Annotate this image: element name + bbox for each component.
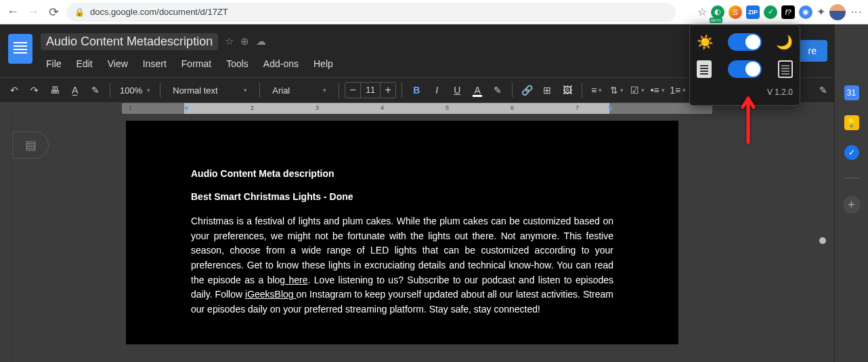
insert-link-button[interactable]: 🔗 (518, 81, 536, 99)
indent-marker-icon[interactable]: ▾ (184, 103, 189, 113)
url-text: docs.google.com/document/d/17ZT (90, 7, 228, 17)
extension-darkmode-icon[interactable]: ◉ (799, 5, 812, 19)
tasks-icon[interactable]: ✓ (844, 145, 859, 160)
keep-icon[interactable]: 💡 (844, 115, 859, 130)
extension-shield-icon[interactable]: ✓ (764, 5, 777, 19)
horizontal-ruler[interactable]: ▾ ▾ 1 2 3 4 5 6 7 (122, 103, 712, 115)
ruler-tick: 3 (316, 104, 319, 111)
lock-icon: 🔒 (74, 7, 85, 17)
undo-button[interactable]: ↶ (5, 81, 23, 99)
annotation-arrow-icon (738, 95, 758, 152)
extensions-menu-icon[interactable]: ✦ (817, 5, 825, 18)
ruler-tick: 4 (381, 104, 384, 111)
document-canvas: ▤ Audio Content Meta description Best Sm… (0, 115, 868, 362)
menu-format[interactable]: Format (176, 56, 217, 72)
bold-button[interactable]: B (408, 81, 425, 99)
align-button[interactable]: ≡ (588, 81, 605, 99)
indent-marker-icon[interactable]: ▾ (608, 103, 613, 113)
star-icon[interactable]: ☆ (225, 35, 234, 47)
redo-button[interactable]: ↷ (26, 81, 43, 99)
extension-icon[interactable]: ◐BETA (711, 5, 724, 19)
cloud-icon[interactable]: ☁ (256, 35, 266, 47)
highlight-button[interactable]: ✎ (489, 81, 506, 99)
side-panel: 31 💡 ✓ + (834, 24, 868, 362)
calendar-icon[interactable]: 31 (844, 85, 859, 100)
link-here[interactable]: here (285, 275, 307, 285)
doc-body: Christmas is a festival of lights and pl… (191, 214, 613, 317)
spellcheck-button[interactable]: A̲ (66, 81, 84, 99)
forward-button[interactable]: → (26, 5, 41, 20)
extension-icon[interactable]: S (729, 5, 742, 19)
font-size-decrease[interactable]: − (345, 83, 360, 98)
extension-f-icon[interactable]: f? (781, 5, 795, 19)
font-size-increase[interactable]: + (381, 83, 395, 98)
print-button[interactable]: 🖶 (46, 81, 64, 99)
comment-indicator[interactable] (819, 237, 826, 244)
text-color-button[interactable]: A (469, 81, 486, 99)
menu-tools[interactable]: Tools (221, 56, 254, 72)
document-outline-button[interactable]: ▤ (12, 132, 49, 159)
share-button[interactable]: re (798, 40, 827, 62)
reload-button[interactable]: ⟳ (46, 5, 61, 20)
light-page-icon (697, 60, 712, 78)
underline-button[interactable]: U (448, 81, 466, 99)
menu-view[interactable]: View (102, 56, 133, 72)
moon-icon: 🌙 (776, 34, 793, 50)
menu-bar: File Edit View Insert Format Tools Add-o… (41, 56, 789, 72)
ruler-tick: 5 (446, 104, 449, 111)
move-icon[interactable]: ⊕ (240, 35, 249, 47)
menu-insert[interactable]: Insert (137, 56, 172, 72)
browser-toolbar: ← → ⟳ 🔒 docs.google.com/document/d/17ZT … (0, 0, 868, 24)
beta-badge: BETA (710, 18, 722, 23)
document-page[interactable]: Audio Content Meta description Best Smar… (126, 121, 678, 344)
paint-format-button[interactable]: ✎ (87, 81, 104, 99)
checklist-button[interactable]: ☑ (628, 81, 646, 99)
back-button[interactable]: ← (5, 5, 20, 20)
address-bar[interactable]: 🔒 docs.google.com/document/d/17ZT (66, 3, 676, 22)
insert-image-button[interactable]: 🖼 (559, 81, 576, 99)
font-size-value[interactable]: 11 (360, 83, 381, 98)
profile-avatar[interactable] (829, 4, 846, 20)
doc-heading: Audio Content Meta description (191, 168, 613, 179)
document-title[interactable]: Audio Content Metadescription (41, 33, 218, 50)
sun-icon: ☀️ (697, 34, 714, 50)
doc-subheading: Best Smart Christmas Lights - Done (191, 191, 613, 202)
italic-button[interactable]: I (428, 81, 446, 99)
chrome-menu-icon[interactable]: ⋮ (850, 7, 863, 18)
menu-help[interactable]: Help (308, 56, 339, 72)
menu-file[interactable]: File (41, 56, 67, 72)
bookmark-icon[interactable]: ☆ (697, 5, 707, 18)
bulleted-list-button[interactable]: •≡ (649, 81, 666, 99)
ruler-tick: 6 (511, 104, 514, 111)
editing-mode-button[interactable]: ✎ (815, 81, 832, 99)
menu-edit[interactable]: Edit (71, 56, 98, 72)
darkmode-toggle[interactable] (728, 33, 762, 51)
link-igeeksblog[interactable]: iGeeksBlog (245, 289, 297, 300)
ruler-tick: 7 (576, 104, 579, 111)
menu-addons[interactable]: Add-ons (258, 56, 304, 72)
numbered-list-button[interactable]: 1≡ (669, 81, 687, 99)
font-select[interactable]: Arial (265, 85, 333, 96)
ruler-tick: 1 (129, 104, 132, 111)
ruler-tick: 2 (251, 104, 254, 111)
divider (844, 178, 859, 178)
extension-area: ☆ ◐BETA S ZIP ✓ f? ◉ ✦ ⋮ (697, 4, 863, 20)
darkmode-extension-popup: ☀️ 🌙 V 1.2.0 (689, 24, 800, 106)
dark-page-icon (778, 60, 793, 78)
paragraph-style-select[interactable]: Normal text (166, 85, 254, 96)
zoom-select[interactable]: 100% (116, 85, 154, 96)
page-style-toggle[interactable] (728, 60, 762, 78)
font-size-control: − 11 + (345, 82, 396, 98)
line-spacing-button[interactable]: ⇅ (608, 81, 626, 99)
insert-comment-button[interactable]: ⊞ (538, 81, 556, 99)
vertical-ruler[interactable] (0, 115, 12, 362)
docs-logo-icon[interactable] (8, 34, 32, 64)
add-addon-button[interactable]: + (843, 196, 861, 214)
extension-zip-icon[interactable]: ZIP (746, 5, 760, 19)
